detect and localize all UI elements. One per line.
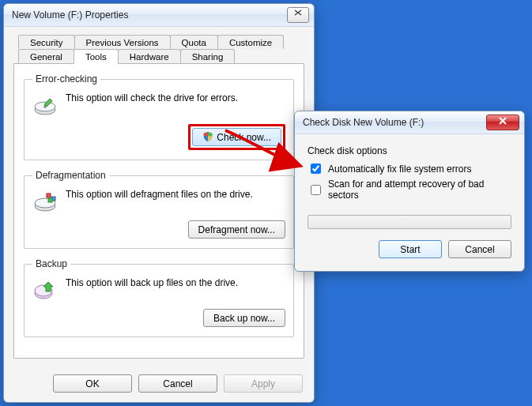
tab-row-2: General Tools Hardware Sharing	[18, 49, 304, 63]
cd-opt-scan-bad-sectors[interactable]: Scan for and attempt recovery of bad sec…	[308, 179, 511, 201]
highlight-check-now: Check now...	[188, 124, 285, 150]
tab-quota[interactable]: Quota	[170, 35, 218, 49]
error-checking-desc: This option will check the drive for err…	[66, 92, 285, 103]
tab-hardware[interactable]: Hardware	[118, 49, 181, 63]
tab-sharing[interactable]: Sharing	[180, 49, 236, 63]
tab-general[interactable]: General	[18, 49, 74, 63]
defrag-desc: This option will defragment files on the…	[66, 189, 285, 200]
backup-desc: This option will back up files on the dr…	[66, 277, 285, 288]
cd-window-title: Check Disk New Volume (F:)	[303, 117, 483, 128]
legend-error-checking: Error-checking	[32, 73, 100, 85]
group-defragmentation: Defragmentation This option will defragm…	[24, 170, 294, 249]
legend-backup: Backup	[32, 258, 70, 269]
defrag-icon	[32, 189, 58, 214]
close-icon[interactable]	[486, 115, 519, 130]
cd-cancel-button[interactable]: Cancel	[448, 240, 511, 258]
tab-customize[interactable]: Customize	[217, 35, 284, 49]
cd-opt-autofix[interactable]: Automatically fix file system errors	[308, 161, 511, 176]
cancel-button[interactable]: Cancel	[138, 374, 217, 393]
group-error-checking: Error-checking This option will check th…	[24, 73, 294, 160]
start-button[interactable]: Start	[379, 240, 442, 258]
cd-group-label: Check disk options	[308, 145, 511, 156]
cd-progress-bar	[308, 215, 511, 229]
dialog-button-row: OK Cancel Apply	[4, 368, 314, 402]
back-up-now-button[interactable]: Back up now...	[203, 309, 285, 327]
tab-security[interactable]: Security	[18, 35, 75, 49]
legend-defragmentation: Defragmentation	[32, 170, 109, 181]
backup-icon	[32, 277, 58, 303]
group-backup: Backup This option will back up files on…	[24, 258, 294, 337]
properties-window: New Volume (F:) Properties Security Prev…	[3, 3, 315, 403]
defragment-now-button[interactable]: Defragment now...	[188, 220, 285, 239]
close-icon[interactable]	[287, 7, 309, 23]
cd-titlebar: Check Disk New Volume (F:)	[295, 111, 524, 134]
window-title: New Volume (F:) Properties	[12, 9, 284, 21]
uac-shield-icon	[202, 131, 213, 142]
tab-panel-tools: Error-checking This option will check th…	[13, 63, 304, 359]
titlebar: New Volume (F:) Properties	[4, 4, 314, 27]
check-disk-window: Check Disk New Volume (F:) Check disk op…	[294, 111, 525, 272]
svg-rect-5	[47, 194, 51, 197]
drive-check-icon	[32, 92, 58, 118]
svg-rect-7	[48, 198, 52, 202]
ok-button[interactable]: OK	[53, 374, 132, 393]
cd-opt1-checkbox[interactable]	[311, 164, 321, 174]
cd-opt2-checkbox[interactable]	[311, 185, 321, 195]
check-now-button[interactable]: Check now...	[192, 128, 281, 146]
apply-button[interactable]: Apply	[224, 374, 303, 393]
tab-tools[interactable]: Tools	[74, 49, 119, 64]
tab-previous-versions[interactable]: Previous Versions	[74, 35, 171, 49]
tab-row-1: Security Previous Versions Quota Customi…	[18, 35, 304, 49]
